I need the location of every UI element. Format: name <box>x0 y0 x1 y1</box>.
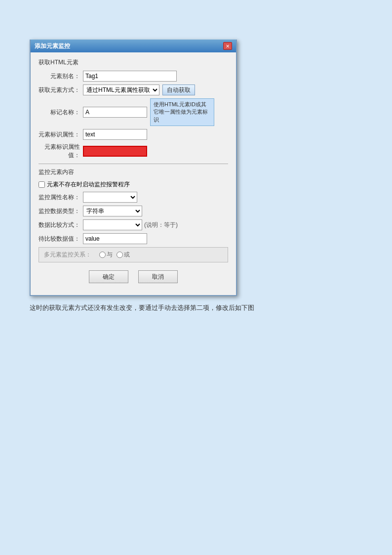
fetch-method-select[interactable]: 通过HTML元素属性获取 通过CSS选择器获取 通过XPath获取 <box>83 85 159 95</box>
section2-label: 监控元素内容 <box>39 168 228 176</box>
compare-explain: (说明：等于) <box>144 221 178 229</box>
multi-label: 多元素监控关系： <box>44 251 91 259</box>
confirm-button[interactable]: 确定 <box>89 270 128 283</box>
add-element-monitor-dialog: 添加元素监控 ✕ 获取HTML元素 元素别名： 获取元素方式： 通过HTML元素… <box>30 40 237 296</box>
dialog-footer: 确定 取消 <box>39 266 228 289</box>
note-text: 这时的获取元素方式还没有发生改变，要通过手动去选择第二项，修改后如下图 <box>30 303 362 313</box>
fetch-method-label: 获取元素方式： <box>39 86 83 94</box>
dialog-body: 获取HTML元素 元素别名： 获取元素方式： 通过HTML元素属性获取 通过CS… <box>31 52 236 295</box>
radio-or-text: 或 <box>124 251 130 259</box>
compare-method-group: (说明：等于) <box>83 219 178 230</box>
radio-and[interactable] <box>99 252 106 258</box>
radio-and-text: 与 <box>107 251 113 259</box>
monitor-attr-select[interactable] <box>83 192 137 203</box>
attr-value-row: 元素标识属性值： <box>39 143 228 160</box>
attr-value-label: 元素标识属性值： <box>39 143 83 160</box>
tag-name-label: 标记名称： <box>39 108 83 117</box>
data-type-label: 监控数据类型： <box>39 207 83 215</box>
monitor-attr-label: 监控属性名称： <box>39 193 83 202</box>
radio-or[interactable] <box>117 252 123 258</box>
attr-name-row: 元素标识属性： <box>39 129 228 140</box>
alias-input[interactable] <box>83 71 177 82</box>
dialog-close-button[interactable]: ✕ <box>223 42 232 50</box>
data-type-select[interactable]: 字符串 数字 布尔值 <box>83 206 142 216</box>
compare-method-label: 数据比较方式： <box>39 221 83 229</box>
dialog-title: 添加元素监控 <box>35 42 70 50</box>
tag-name-row: 标记名称： 使用HTML元素ID或其它唯一属性做为元素标识 <box>39 98 228 126</box>
radio-group: 与 或 <box>99 251 130 259</box>
radio-and-label[interactable]: 与 <box>99 251 113 259</box>
attr-name-label: 元素标识属性： <box>39 130 83 139</box>
monitor-attr-row: 监控属性名称： <box>39 192 228 203</box>
tooltip-box: 使用HTML元素ID或其它唯一属性做为元素标识 <box>150 98 214 126</box>
dialog-titlebar: 添加元素监控 ✕ <box>31 40 236 52</box>
compare-method-select[interactable] <box>83 219 142 230</box>
attr-name-input[interactable] <box>83 129 147 140</box>
data-type-row: 监控数据类型： 字符串 数字 布尔值 <box>39 206 228 216</box>
fetch-method-row: 获取元素方式： 通过HTML元素属性获取 通过CSS选择器获取 通过XPath获… <box>39 85 228 95</box>
compare-value-input[interactable] <box>83 233 147 244</box>
no-element-checkbox[interactable] <box>39 181 45 188</box>
compare-value-row: 待比较数据值： <box>39 233 228 244</box>
tag-name-input[interactable] <box>83 107 147 118</box>
no-element-row: 元素不存在时启动监控报警程序 <box>39 180 228 189</box>
multi-element-row: 多元素监控关系： 与 或 <box>39 247 228 262</box>
compare-method-row: 数据比较方式： (说明：等于) <box>39 219 228 230</box>
radio-or-label[interactable]: 或 <box>117 251 130 259</box>
no-element-label: 元素不存在时启动监控报警程序 <box>47 180 130 189</box>
divider1 <box>39 164 228 164</box>
auto-fetch-button[interactable]: 自动获取 <box>162 85 195 95</box>
section1-label: 获取HTML元素 <box>39 58 228 67</box>
cancel-button[interactable]: 取消 <box>138 270 178 283</box>
compare-value-label: 待比较数据值： <box>39 235 83 243</box>
attr-value-input[interactable] <box>83 146 147 157</box>
alias-row: 元素别名： <box>39 71 228 82</box>
alias-label: 元素别名： <box>39 72 83 81</box>
